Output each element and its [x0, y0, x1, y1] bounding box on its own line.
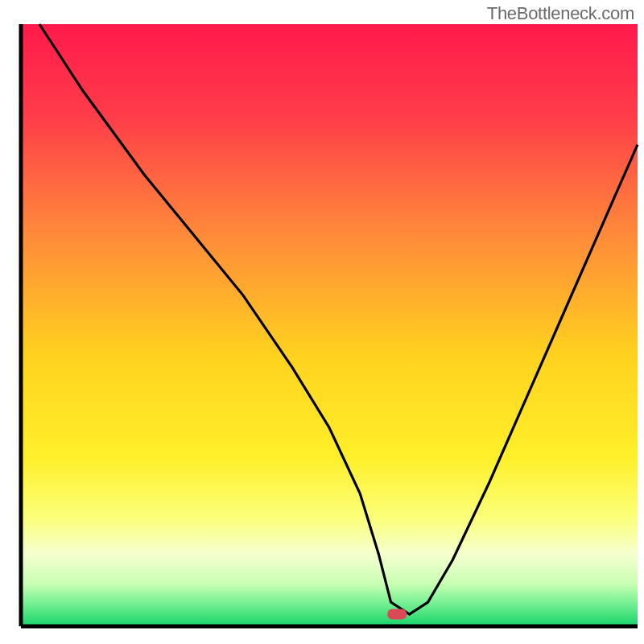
optimal-marker — [387, 609, 407, 620]
bottleneck-chart: TheBottleneck.com — [0, 0, 644, 644]
chart-canvas — [0, 0, 644, 644]
watermark-label: TheBottleneck.com — [487, 3, 634, 24]
plot-background — [21, 24, 638, 626]
